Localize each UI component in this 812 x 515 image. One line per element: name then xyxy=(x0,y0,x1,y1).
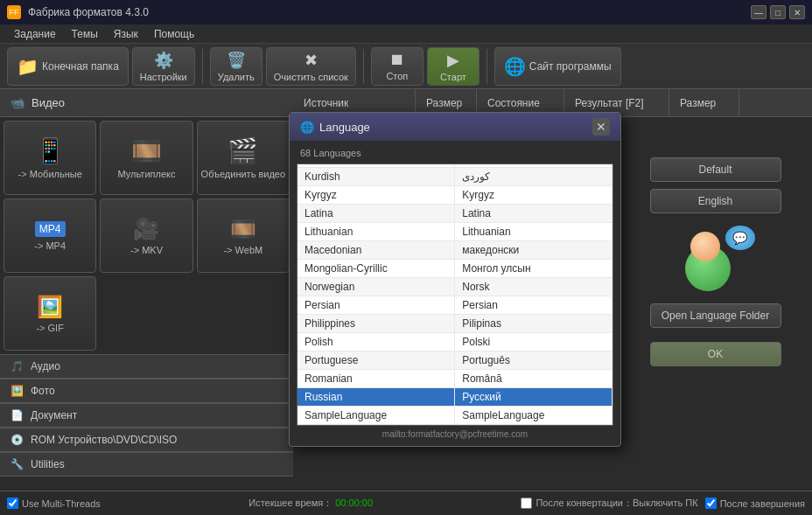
menu-help[interactable]: Помощь xyxy=(147,26,201,42)
default-button[interactable]: Default xyxy=(650,157,781,182)
lang-local-cell: Монгол улсын xyxy=(455,260,612,278)
start-icon: ▶ xyxy=(447,51,459,70)
table-row[interactable]: RussianРусский xyxy=(298,388,612,407)
elapsed-time-value: 00:00:00 xyxy=(335,498,373,508)
table-row[interactable]: KyrgyzKyrgyz xyxy=(298,186,612,205)
toolbar: 📁 Конечная папка ⚙️ Настройки 🗑️ Удалить… xyxy=(0,44,812,89)
col-result-label: Результат [F2] xyxy=(575,97,644,109)
gif-label: -> GIF xyxy=(36,323,63,333)
format-card-mkv[interactable]: 🎥 -> MKV xyxy=(100,198,192,273)
audio-icon: 🎵 xyxy=(10,360,24,372)
after-completion-checkbox[interactable] xyxy=(705,498,717,509)
minimize-button[interactable]: — xyxy=(751,5,766,19)
start-label: Старт xyxy=(440,72,466,82)
stop-icon: ⏹ xyxy=(389,51,405,69)
document-label: Документ xyxy=(31,409,77,421)
lang-local-cell: SampleLanguage xyxy=(455,407,612,425)
table-row[interactable]: RomanianRomână xyxy=(298,370,612,388)
table-row[interactable]: PersianPersian xyxy=(298,296,612,315)
format-card-join[interactable]: 🎬 Объединить видео xyxy=(197,121,290,195)
after-completion-label: После завершения xyxy=(720,498,805,509)
settings-button[interactable]: ⚙️ Настройки xyxy=(132,47,195,86)
col-result-size-label: Размер xyxy=(680,97,716,109)
table-row[interactable]: Mongolian-CyrillicМонгол улсын xyxy=(298,260,612,278)
col-source-label: Источник xyxy=(304,97,348,109)
maximize-button[interactable]: □ xyxy=(770,5,786,19)
sidebar-rom[interactable]: 💿 ROM Устройство\DVD\CD\ISO xyxy=(0,428,293,452)
format-card-multiplex[interactable]: 🎞️ Мультиплекс xyxy=(100,121,192,195)
format-card-gif[interactable]: 🖼️ -> GIF xyxy=(4,276,96,351)
lang-english-cell: SampleLanguage xyxy=(298,407,455,425)
lang-local-cell: Português xyxy=(455,351,612,370)
table-row[interactable]: PhilippinesPilipinas xyxy=(298,315,612,333)
lang-english-cell: Russian xyxy=(298,388,455,407)
settings-label: Настройки xyxy=(140,72,187,82)
window-controls: — □ ✕ xyxy=(751,5,805,19)
ok-button[interactable]: OK xyxy=(650,342,781,366)
lang-local-cell: Polski xyxy=(455,333,612,351)
website-icon: 🌐 xyxy=(504,56,526,77)
multiplex-icon: 🎞️ xyxy=(131,136,162,165)
website-label: Сайт программы xyxy=(529,60,612,73)
folder-icon: 📁 xyxy=(17,56,38,77)
contact-email[interactable]: mailto:formatfactory@pcfreetime.com xyxy=(297,429,613,439)
multi-threads-label: Use Multi-Threads xyxy=(22,498,101,509)
table-row[interactable]: Macedonianмакедонски xyxy=(298,241,612,260)
language-table-container[interactable]: English Name Local Name Japanese日本語Khmer… xyxy=(297,164,613,426)
menu-language[interactable]: Язык xyxy=(107,26,145,42)
open-folder-button[interactable]: Open Language Folder xyxy=(650,303,781,328)
lang-local-cell: Pilipinas xyxy=(455,315,612,333)
sidebar: 📹 Видео 📱 -> Мобильные 🎞️ Мультиплекс 🎬 … xyxy=(0,89,293,491)
dialog-icon: 🌐 xyxy=(300,121,314,134)
photo-icon: 🖼️ xyxy=(10,385,24,397)
language-dialog: 🌐 Language ✕ 68 Languages English Name L… xyxy=(289,112,621,447)
sidebar-audio[interactable]: 🎵 Аудио xyxy=(0,354,293,379)
speech-bubble: 💬 xyxy=(725,226,755,250)
toolbar-separator-2 xyxy=(363,49,364,84)
close-button[interactable]: ✕ xyxy=(789,5,805,19)
dialog-right-panel: Default English 💬 Open Language Folder O… xyxy=(630,112,801,375)
after-completion-group: После завершения xyxy=(705,498,805,509)
mp4-label: -> MP4 xyxy=(34,240,66,251)
lang-local-cell: Română xyxy=(455,370,612,388)
delete-button[interactable]: 🗑️ Удалить xyxy=(210,47,262,86)
lang-local-cell: Lithuanian xyxy=(455,223,612,241)
table-row[interactable]: NorwegianNorsk xyxy=(298,278,612,296)
sidebar-document[interactable]: 📄 Документ xyxy=(0,403,293,428)
after-conversion-checkbox[interactable] xyxy=(521,498,532,509)
table-row[interactable]: Kurdishکوردی xyxy=(298,168,612,186)
stop-button[interactable]: ⏹ Стоп xyxy=(371,47,424,86)
start-button[interactable]: ▶ Старт xyxy=(427,47,480,86)
language-table: English Name Local Name Japanese日本語Khmer… xyxy=(298,164,612,425)
menu-task[interactable]: Задание xyxy=(7,26,63,42)
format-card-webm[interactable]: 🎞️ -> WebM xyxy=(197,198,290,273)
table-row[interactable]: SampleLanguageSampleLanguage xyxy=(298,407,612,425)
utilities-label: Utilities xyxy=(31,458,65,470)
sidebar-utilities[interactable]: 🔧 Utilities xyxy=(0,452,293,477)
title-bar: FF Фабрика форматов 4.3.0 — □ ✕ xyxy=(0,0,812,24)
destination-button[interactable]: 📁 Конечная папка xyxy=(7,47,129,86)
after-conversion-label: После конвертации：Выключить ПК xyxy=(536,497,697,510)
lang-local-cell: Русский xyxy=(455,388,612,407)
table-row[interactable]: PortuguesePortuguês xyxy=(298,351,612,370)
lang-local-cell: Persian xyxy=(455,296,612,315)
multi-threads-checkbox[interactable] xyxy=(7,498,18,509)
utilities-icon: 🔧 xyxy=(10,458,24,470)
menu-themes[interactable]: Темы xyxy=(65,26,105,42)
clear-list-button[interactable]: ✖ Очистить список xyxy=(266,47,356,86)
dialog-close-button[interactable]: ✕ xyxy=(592,118,610,136)
lang-english-cell: Mongolian-Cyrillic xyxy=(298,260,455,278)
table-row[interactable]: LatinaLatina xyxy=(298,205,612,223)
english-button[interactable]: English xyxy=(650,189,781,213)
table-row[interactable]: PolishPolski xyxy=(298,333,612,351)
website-button[interactable]: 🌐 Сайт программы xyxy=(494,47,621,86)
multi-threads-checkbox-group: Use Multi-Threads xyxy=(7,498,101,509)
lang-english-cell: Kurdish xyxy=(298,168,455,186)
table-row[interactable]: LithuanianLithuanian xyxy=(298,223,612,241)
format-card-mobile[interactable]: 📱 -> Мобильные xyxy=(4,121,96,195)
sidebar-photo[interactable]: 🖼️ Фото xyxy=(0,379,293,403)
format-card-mp4[interactable]: MP4 -> MP4 xyxy=(4,198,96,273)
document-icon: 📄 xyxy=(10,409,24,421)
format-grid: 📱 -> Мобильные 🎞️ Мультиплекс 🎬 Объедини… xyxy=(0,117,293,354)
clear-list-label: Очистить список xyxy=(274,72,348,82)
